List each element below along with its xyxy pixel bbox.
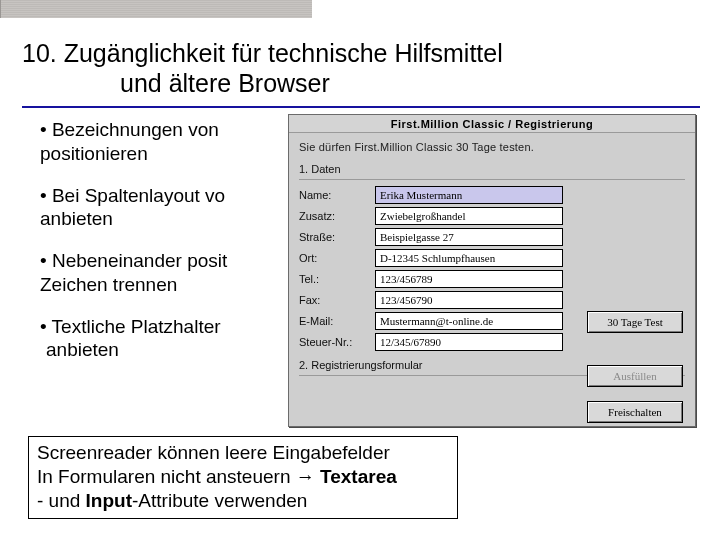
- bullet-2-line-2: anbieten: [40, 208, 113, 229]
- freischalten-button[interactable]: Freischalten: [587, 401, 683, 423]
- label-email: E-Mail:: [299, 315, 375, 327]
- label-strasse: Straße:: [299, 231, 375, 243]
- row-steuer: Steuer-Nr.:: [299, 333, 685, 351]
- heading-underline: [22, 106, 700, 108]
- slide: 10. Zugänglichkeit für technische Hilfsm…: [0, 28, 720, 118]
- row-strasse: Straße:: [299, 228, 685, 246]
- row-name: Name:: [299, 186, 685, 204]
- row-ort: Ort:: [299, 249, 685, 267]
- label-ort: Ort:: [299, 252, 375, 264]
- dialog-titlebar: First.Million Classic / Registrierung: [289, 115, 695, 133]
- group-1-rule: [299, 179, 685, 180]
- row-tel: Tel.:: [299, 270, 685, 288]
- test-button[interactable]: 30 Tage Test: [587, 311, 683, 333]
- freischalten-button-label: Freischalten: [608, 406, 662, 418]
- bullet-1-line-2: positionieren: [40, 143, 148, 164]
- dialog-body: Sie dürfen First.Million Classic 30 Tage…: [289, 133, 695, 426]
- input-tel[interactable]: [375, 270, 563, 288]
- ausfuellen-button[interactable]: Ausfüllen: [587, 365, 683, 387]
- label-steuer: Steuer-Nr.:: [299, 336, 375, 348]
- registration-dialog: First.Million Classic / Registrierung Si…: [288, 114, 696, 427]
- slide-heading: 10. Zugänglichkeit für technische Hilfsm…: [0, 28, 720, 100]
- label-fax: Fax:: [299, 294, 375, 306]
- button-column-1: 30 Tage Test: [587, 311, 683, 333]
- label-tel: Tel.:: [299, 273, 375, 285]
- footer-bold-textarea: Textarea: [315, 466, 397, 487]
- bullet-3-line-2: Zeichen trennen: [40, 274, 177, 295]
- bullet-3-line-1: • Nebeneinander posit: [40, 250, 227, 271]
- input-zusatz[interactable]: [375, 207, 563, 225]
- input-fax[interactable]: [375, 291, 563, 309]
- bullet-4-line-1: • Textliche Platzhalter: [40, 316, 221, 337]
- test-button-label: 30 Tage Test: [607, 316, 663, 328]
- input-steuer[interactable]: [375, 333, 563, 351]
- bullet-1-line-1: • Bezeichnungen von: [40, 119, 219, 140]
- row-fax: Fax:: [299, 291, 685, 309]
- dialog-title: First.Million Classic / Registrierung: [391, 118, 593, 130]
- footer-bold-input: Input: [86, 490, 132, 511]
- button-column-2: Ausfüllen: [587, 365, 683, 387]
- input-name[interactable]: [375, 186, 563, 204]
- heading-line-2: und ältere Browser: [22, 68, 698, 98]
- input-ort[interactable]: [375, 249, 563, 267]
- button-column-3: Freischalten: [587, 401, 683, 423]
- input-email[interactable]: [375, 312, 563, 330]
- group-1-label: 1. Daten: [299, 163, 685, 175]
- window-drag-region: [0, 0, 312, 18]
- footer-line-2a: In Formularen nicht ansteuern: [37, 466, 296, 487]
- heading-line-1: 10. Zugänglichkeit für technische Hilfsm…: [22, 39, 503, 67]
- label-zusatz: Zusatz:: [299, 210, 375, 222]
- bullet-4-line-2: anbieten: [40, 339, 119, 360]
- bullet-2-line-1: • Bei Spaltenlayout vo: [40, 185, 225, 206]
- dialog-intro: Sie dürfen First.Million Classic 30 Tage…: [299, 141, 685, 153]
- arrow-icon: →: [296, 466, 315, 487]
- footer-line-3a: - und: [37, 490, 86, 511]
- input-strasse[interactable]: [375, 228, 563, 246]
- row-zusatz: Zusatz:: [299, 207, 685, 225]
- footer-line-1: Screenreader können leere Eingabefelder: [37, 442, 390, 463]
- footer-line-3c: -Attribute verwenden: [132, 490, 307, 511]
- footer-note: Screenreader können leere Eingabefelder …: [28, 436, 458, 519]
- ausfuellen-button-label: Ausfüllen: [613, 370, 656, 382]
- label-name: Name:: [299, 189, 375, 201]
